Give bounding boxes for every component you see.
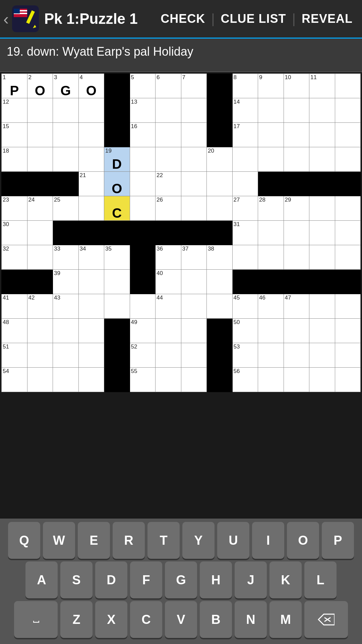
key-s[interactable]: S xyxy=(60,561,93,598)
cell-3-4[interactable] xyxy=(78,123,104,147)
cell-6-3[interactable]: 25 xyxy=(53,196,79,221)
key-t[interactable]: T xyxy=(147,522,180,559)
cell-10-11[interactable]: 46 xyxy=(258,294,284,319)
key-c[interactable]: C xyxy=(130,601,162,638)
cell-10-2[interactable]: 42 xyxy=(27,294,53,319)
cell-6-10[interactable]: 27 xyxy=(232,196,258,221)
cell-3-8[interactable] xyxy=(181,123,207,147)
cell-2-13[interactable] xyxy=(309,98,335,123)
cell-1-1[interactable]: 1P xyxy=(2,74,27,98)
cell-13-13[interactable] xyxy=(309,368,335,392)
cell-11-2[interactable] xyxy=(27,319,53,343)
cell-11-7[interactable] xyxy=(156,319,181,343)
cell-6-6[interactable] xyxy=(130,196,156,221)
cell-6-13[interactable] xyxy=(309,196,335,221)
cell-3-6[interactable]: 16 xyxy=(130,123,156,147)
cell-8-8[interactable]: 37 xyxy=(181,245,207,270)
cell-1-10[interactable]: 8 xyxy=(232,74,258,98)
cell-2-10[interactable]: 14 xyxy=(232,98,258,123)
cell-6-8[interactable] xyxy=(181,196,207,221)
key-e[interactable]: E xyxy=(78,522,110,559)
key-h[interactable]: H xyxy=(200,561,232,598)
cell-11-8[interactable] xyxy=(181,319,207,343)
clue-list-button[interactable]: CLUE LIST xyxy=(215,8,292,29)
cell-1-13[interactable]: 11 xyxy=(309,74,335,98)
key-x[interactable]: X xyxy=(95,601,127,638)
cell-12-8[interactable] xyxy=(181,343,207,368)
cell-13-3[interactable] xyxy=(53,368,79,392)
cell-10-8[interactable] xyxy=(181,294,207,319)
cell-4-6[interactable] xyxy=(130,147,156,172)
back-button[interactable]: ‹ xyxy=(3,10,9,28)
cell-5-5-blue[interactable]: O xyxy=(104,172,130,196)
cell-4-4[interactable] xyxy=(78,147,104,172)
key-f[interactable]: F xyxy=(130,561,162,598)
cell-11-14[interactable] xyxy=(335,319,361,343)
cell-5-7[interactable]: 22 xyxy=(156,172,181,196)
key-m[interactable]: M xyxy=(269,601,302,638)
cell-4-11[interactable] xyxy=(258,147,284,172)
cell-10-3[interactable]: 43 xyxy=(53,294,79,319)
cell-6-4[interactable] xyxy=(78,196,104,221)
cell-9-9[interactable] xyxy=(207,270,233,294)
cell-1-14[interactable] xyxy=(335,74,361,98)
cell-2-6[interactable]: 13 xyxy=(130,98,156,123)
cell-3-1[interactable]: 15 xyxy=(2,123,27,147)
cell-8-10[interactable] xyxy=(232,245,258,270)
cell-1-2[interactable]: 2O xyxy=(27,74,53,98)
key-r[interactable]: R xyxy=(113,522,145,559)
cell-5-6[interactable] xyxy=(130,172,156,196)
cell-11-3[interactable] xyxy=(53,319,79,343)
check-button[interactable]: CHECK xyxy=(155,8,211,29)
cell-4-14[interactable] xyxy=(335,147,361,172)
cell-3-11[interactable] xyxy=(258,123,284,147)
cell-1-7[interactable]: 6 xyxy=(156,74,181,98)
cell-4-8[interactable] xyxy=(181,147,207,172)
cell-3-10[interactable]: 17 xyxy=(232,123,258,147)
key-g[interactable]: G xyxy=(165,561,197,598)
cell-8-11[interactable] xyxy=(258,245,284,270)
cell-5-8[interactable] xyxy=(181,172,207,196)
cell-10-5[interactable] xyxy=(104,294,130,319)
cell-10-7[interactable]: 44 xyxy=(156,294,181,319)
cell-12-6[interactable]: 52 xyxy=(130,343,156,368)
cell-8-5[interactable]: 35 xyxy=(104,245,130,270)
cell-12-14[interactable] xyxy=(335,343,361,368)
key-d[interactable]: D xyxy=(95,561,127,598)
cell-6-1[interactable]: 23 xyxy=(2,196,27,221)
cell-8-13[interactable] xyxy=(309,245,335,270)
key-v[interactable]: V xyxy=(165,601,197,638)
cell-8-12[interactable] xyxy=(284,245,309,270)
cell-3-7[interactable] xyxy=(156,123,181,147)
cell-6-14[interactable] xyxy=(335,196,361,221)
cell-8-9[interactable]: 38 xyxy=(207,245,233,270)
cell-3-14[interactable] xyxy=(335,123,361,147)
cell-1-4[interactable]: 4O xyxy=(78,74,104,98)
cell-2-3[interactable] xyxy=(53,98,79,123)
cell-2-4[interactable] xyxy=(78,98,104,123)
cell-5-10[interactable] xyxy=(232,172,258,196)
cell-10-6[interactable] xyxy=(130,294,156,319)
cell-1-3[interactable]: 3G xyxy=(53,74,79,98)
cell-2-1[interactable]: 12 xyxy=(2,98,27,123)
cell-11-4[interactable] xyxy=(78,319,104,343)
cell-8-14[interactable] xyxy=(335,245,361,270)
cell-12-4[interactable] xyxy=(78,343,104,368)
key-o[interactable]: O xyxy=(287,522,319,559)
cell-10-1[interactable]: 41 xyxy=(2,294,27,319)
key-y[interactable]: Y xyxy=(182,522,215,559)
cell-9-7[interactable]: 40 xyxy=(156,270,181,294)
cell-6-7[interactable]: 26 xyxy=(156,196,181,221)
cell-6-11[interactable]: 28 xyxy=(258,196,284,221)
key-u[interactable]: U xyxy=(217,522,249,559)
cell-4-5-blue[interactable]: 19D xyxy=(104,147,130,172)
cell-4-12[interactable] xyxy=(284,147,309,172)
cell-12-11[interactable] xyxy=(258,343,284,368)
cell-12-7[interactable] xyxy=(156,343,181,368)
key-b[interactable]: B xyxy=(200,601,232,638)
cell-12-3[interactable] xyxy=(53,343,79,368)
cell-7-11[interactable] xyxy=(258,221,284,245)
cell-1-12[interactable]: 10 xyxy=(284,74,309,98)
key-z[interactable]: Z xyxy=(60,601,93,638)
cell-10-10[interactable]: 45 xyxy=(232,294,258,319)
